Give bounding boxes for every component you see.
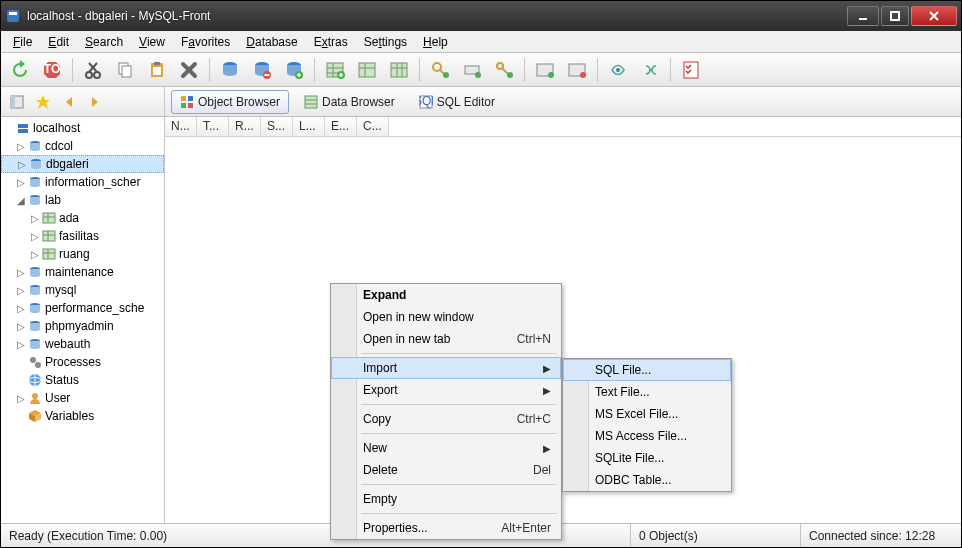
open-database-button[interactable] [279, 56, 309, 84]
submenu-arrow-icon: ▶ [543, 363, 551, 374]
menu-extras[interactable]: Extras [306, 33, 356, 51]
tree-table-ada[interactable]: ▷ ada [1, 209, 164, 227]
column-header[interactable]: L... [293, 117, 325, 136]
svg-rect-50 [181, 96, 186, 101]
new-foreign-key-button[interactable] [489, 56, 519, 84]
favorite-button[interactable] [31, 90, 55, 114]
menu-edit[interactable]: Edit [40, 33, 77, 51]
tree-processes[interactable]: Processes [1, 353, 164, 371]
tree-db-information-schema[interactable]: ▷ information_scher [1, 173, 164, 191]
column-header[interactable]: N... [165, 117, 197, 136]
new-field-button[interactable] [457, 56, 487, 84]
menu-favorites[interactable]: Favorites [173, 33, 238, 51]
ctx-import-sql[interactable]: SQL File... [563, 359, 731, 381]
tree-db-webauth[interactable]: ▷ webauth [1, 335, 164, 353]
tree-variables[interactable]: Variables [1, 407, 164, 425]
ctx-properties[interactable]: Properties...Alt+Enter [331, 517, 561, 539]
tab-object-browser[interactable]: Object Browser [171, 90, 289, 114]
ctx-import-odbc[interactable]: ODBC Table... [563, 469, 731, 491]
ctx-import-sqlite[interactable]: SQLite File... [563, 447, 731, 469]
tab-data-browser[interactable]: Data Browser [295, 90, 404, 114]
new-key-button[interactable] [425, 56, 455, 84]
edit-table-button[interactable] [352, 56, 382, 84]
column-header[interactable]: T... [197, 117, 229, 136]
explorer-button[interactable] [5, 90, 29, 114]
close-button[interactable] [911, 6, 957, 26]
column-header[interactable]: R... [229, 117, 261, 136]
database-icon [27, 174, 43, 190]
gears-icon [27, 354, 43, 370]
ctx-export[interactable]: Export▶ [331, 379, 561, 401]
svg-point-42 [548, 72, 554, 78]
menu-help[interactable]: Help [415, 33, 456, 51]
drop-database-button[interactable] [247, 56, 277, 84]
column-header[interactable]: S... [261, 117, 293, 136]
tab-label: Object Browser [198, 95, 280, 109]
ctx-import[interactable]: Import▶ [331, 357, 561, 379]
tree-db-performance-schema[interactable]: ▷ performance_sche [1, 299, 164, 317]
ctx-import-excel[interactable]: MS Excel File... [563, 403, 731, 425]
tree-db-cdcol[interactable]: ▷ cdcol [1, 137, 164, 155]
svg-rect-71 [43, 249, 55, 259]
tree-db-maintenance[interactable]: ▷ maintenance [1, 263, 164, 281]
tab-sql-editor[interactable]: SQL SQL Editor [410, 90, 504, 114]
ctx-delete[interactable]: DeleteDel [331, 459, 561, 481]
nav-back-button[interactable] [57, 90, 81, 114]
stop-button[interactable]: STOP [37, 56, 67, 84]
tree-table-fasilitas[interactable]: ▷ fasilitas [1, 227, 164, 245]
svg-point-45 [616, 68, 620, 72]
svg-rect-52 [181, 103, 186, 108]
ctx-import-access[interactable]: MS Access File... [563, 425, 731, 447]
tab-label: SQL Editor [437, 95, 495, 109]
paste-button[interactable] [142, 56, 172, 84]
tree-db-dbgaleri[interactable]: ▷ dbgaleri [1, 155, 164, 173]
run-selection-button[interactable] [635, 56, 665, 84]
tree-db-mysql[interactable]: ▷ mysql [1, 281, 164, 299]
tree-root[interactable]: localhost [1, 119, 164, 137]
ctx-copy[interactable]: CopyCtrl+C [331, 408, 561, 430]
svg-rect-60 [18, 129, 28, 133]
column-header[interactable]: E... [325, 117, 357, 136]
database-icon [27, 300, 43, 316]
svg-point-83 [32, 393, 38, 399]
insert-record-button[interactable] [530, 56, 560, 84]
menu-view[interactable]: View [131, 33, 173, 51]
minimize-button[interactable] [847, 6, 879, 26]
svg-marker-49 [36, 95, 50, 109]
cut-button[interactable] [78, 56, 108, 84]
ctx-import-text[interactable]: Text File... [563, 381, 731, 403]
new-database-button[interactable] [215, 56, 245, 84]
menu-database[interactable]: Database [238, 33, 305, 51]
delete-button[interactable] [174, 56, 204, 84]
copy-button[interactable] [110, 56, 140, 84]
delete-record-button[interactable] [562, 56, 592, 84]
menu-settings[interactable]: Settings [356, 33, 415, 51]
cube-icon [27, 408, 43, 424]
column-header[interactable]: C... [357, 117, 389, 136]
new-table-button[interactable] [320, 56, 350, 84]
table-props-button[interactable] [384, 56, 414, 84]
checklist-button[interactable] [676, 56, 706, 84]
ctx-empty[interactable]: Empty [331, 488, 561, 510]
tree-db-phpmyadmin[interactable]: ▷ phpmyadmin [1, 317, 164, 335]
ctx-open-new-tab[interactable]: Open in new tabCtrl+N [331, 328, 561, 350]
context-menu: Expand Open in new window Open in new ta… [330, 283, 562, 540]
run-button[interactable] [603, 56, 633, 84]
menu-search[interactable]: Search [77, 33, 131, 51]
svg-point-38 [475, 72, 481, 78]
ctx-expand[interactable]: Expand [331, 284, 561, 306]
tab-label: Data Browser [322, 95, 395, 109]
menu-file[interactable]: File [5, 33, 40, 51]
nav-forward-button[interactable] [83, 90, 107, 114]
maximize-button[interactable] [881, 6, 909, 26]
tree-table-ruang[interactable]: ▷ ruang [1, 245, 164, 263]
svg-rect-16 [153, 67, 161, 75]
database-tree: localhost ▷ cdcol ▷ dbgaleri ▷ informati… [1, 117, 165, 523]
menubar: File Edit Search View Favorites Database… [1, 31, 961, 53]
refresh-button[interactable] [5, 56, 35, 84]
tree-status[interactable]: Status [1, 371, 164, 389]
tree-user[interactable]: ▷ User [1, 389, 164, 407]
ctx-open-new-window[interactable]: Open in new window [331, 306, 561, 328]
ctx-new[interactable]: New▶ [331, 437, 561, 459]
tree-db-lab[interactable]: ◢ lab [1, 191, 164, 209]
